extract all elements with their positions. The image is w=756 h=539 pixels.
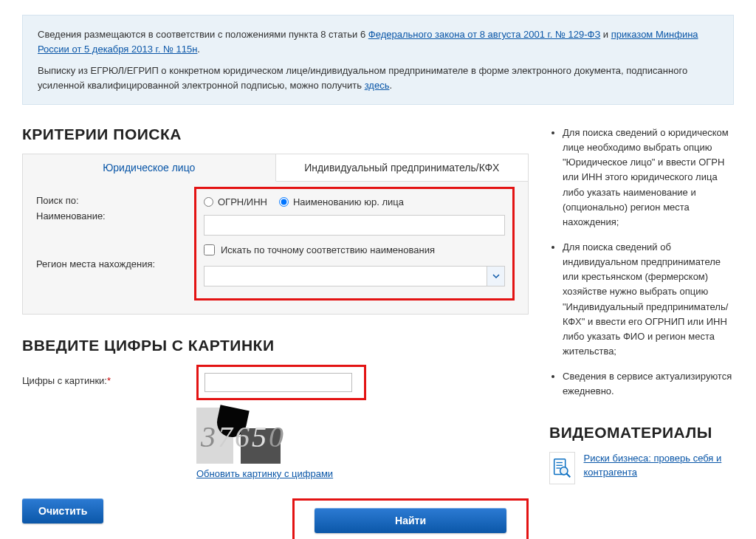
captcha-label: Цифры с картинки: <box>22 375 107 386</box>
highlight-captcha-input <box>196 365 366 400</box>
help-item: Для поиска сведений об индивидуальном пр… <box>563 240 734 359</box>
entity-tabs: Юридическое лицо Индивидуальный предприн… <box>22 154 529 182</box>
radio-ogrn-inn-input[interactable] <box>204 197 213 207</box>
clear-button[interactable]: Очистить <box>22 498 103 523</box>
svg-point-4 <box>560 467 568 475</box>
captcha-input[interactable] <box>205 373 352 392</box>
notice-panel: Сведения размещаются в соответствии с по… <box>22 15 734 105</box>
highlight-find-button: Найти <box>292 498 529 539</box>
radio-by-name-input[interactable] <box>279 197 289 207</box>
radio-by-name[interactable]: Наименованию юр. лица <box>279 196 404 207</box>
label-region: Регион места нахождения: <box>36 258 194 270</box>
magnifier-doc-icon <box>549 452 575 484</box>
search-form: Поиск по: Наименование: Регион места нах… <box>22 182 529 315</box>
highlight-search-fields: ОГРН/ИНН Наименованию юр. лица Ис <box>194 187 515 301</box>
video-link[interactable]: Риски бизнеса: проверь себя и контрагент… <box>584 452 735 478</box>
radio-ogrn-inn[interactable]: ОГРН/ИНН <box>204 196 267 207</box>
notice-text2: Выписку из ЕГРЮЛ/ЕГРИП о конкретном юрид… <box>38 65 687 91</box>
criteria-heading: КРИТЕРИИ ПОИСКА <box>22 126 529 143</box>
tab-legal-entity[interactable]: Юридическое лицо <box>23 154 276 182</box>
notice-link-law[interactable]: Федерального закона от 8 августа 2001 г.… <box>368 29 600 40</box>
video-heading: ВИДЕОМАТЕРИАЛЫ <box>549 424 734 442</box>
label-name: Наименование: <box>36 210 194 222</box>
region-select-arrow[interactable] <box>487 267 504 286</box>
name-input[interactable] <box>204 215 505 236</box>
help-list: Для поиска сведений о юридическом лице н… <box>549 126 734 399</box>
required-mark: * <box>107 375 111 386</box>
help-item: Сведения в сервисе актуализируются ежедн… <box>563 369 734 399</box>
svg-line-5 <box>567 474 571 478</box>
chevron-down-icon <box>492 272 500 280</box>
captcha-image: 37650 <box>196 408 337 464</box>
notice-link-here[interactable]: здесь <box>365 80 390 91</box>
exact-match-checkbox-input[interactable] <box>204 244 215 255</box>
refresh-captcha-link[interactable]: Обновить картинку с цифрами <box>196 468 333 479</box>
help-item: Для поиска сведений о юридическом лице н… <box>563 126 734 230</box>
notice-text: Сведения размещаются в соответствии с по… <box>38 29 368 40</box>
exact-match-checkbox[interactable]: Искать по точному соответствию наименова… <box>204 244 435 255</box>
region-select[interactable] <box>204 266 505 286</box>
label-search-by: Поиск по: <box>36 195 184 206</box>
find-button[interactable]: Найти <box>315 508 506 533</box>
tab-individual[interactable]: Индивидуальный предприниматель/КФХ <box>276 154 529 182</box>
captcha-heading: ВВЕДИТЕ ЦИФРЫ С КАРТИНКИ <box>22 337 529 354</box>
